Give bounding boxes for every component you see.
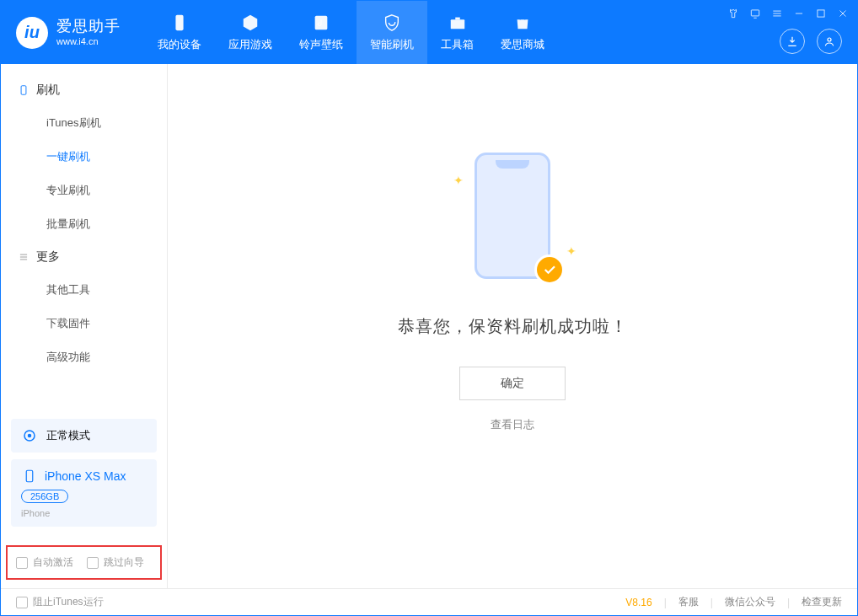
close-icon[interactable]: [835, 6, 850, 21]
nav-toolbox[interactable]: 工具箱: [427, 1, 487, 64]
sidebar-item-download-firmware[interactable]: 下载固件: [1, 307, 167, 340]
mode-label: 正常模式: [46, 428, 90, 443]
sidebar-item-other-tools[interactable]: 其他工具: [1, 273, 167, 307]
checkbox-auto-activate[interactable]: 自动激活: [16, 555, 73, 570]
svg-rect-5: [751, 10, 759, 16]
separator: |: [664, 597, 667, 608]
user-icon[interactable]: [817, 29, 842, 54]
device-cards: 正常模式 iPhone XS Max 256GB iPhone: [1, 412, 167, 540]
phone-small-icon: [21, 468, 38, 485]
window-controls: [726, 6, 850, 21]
nav-apps-games[interactable]: 应用游戏: [215, 1, 286, 64]
nav-my-device[interactable]: 我的设备: [144, 1, 215, 64]
ok-button[interactable]: 确定: [459, 367, 566, 400]
sidebar-head-label: 更多: [36, 249, 60, 265]
svg-rect-10: [26, 470, 33, 482]
shirt-icon[interactable]: [726, 6, 741, 21]
nav-label: 我的设备: [158, 37, 201, 52]
nav-label: 工具箱: [441, 37, 474, 52]
sidebar-item-advanced[interactable]: 高级功能: [1, 340, 167, 374]
sidebar-options-highlight: 自动激活 跳过向导: [6, 545, 162, 580]
success-illustration: ✦ ✦: [453, 148, 571, 283]
nav-store[interactable]: 爱思商城: [487, 1, 558, 64]
top-nav: 我的设备 应用游戏 铃声壁纸 智能刷机 工具箱 爱思商城: [144, 1, 558, 64]
maximize-icon[interactable]: [813, 6, 829, 21]
svg-point-4: [828, 38, 831, 41]
success-text: 恭喜您，保资料刷机成功啦！: [398, 315, 628, 338]
svg-rect-0: [175, 15, 183, 30]
mode-icon: [21, 427, 38, 444]
phone-icon: [169, 13, 190, 33]
menu-icon[interactable]: [770, 6, 785, 21]
sidebar-item-pro-flash[interactable]: 专业刷机: [1, 174, 167, 207]
sidebar-head-flash[interactable]: 刷机: [1, 74, 167, 106]
svg-rect-2: [450, 19, 464, 29]
body: 刷机 iTunes刷机 一键刷机 专业刷机 批量刷机 更多 其他工具 下载固件 …: [1, 64, 857, 588]
app-title: 爱思助手: [56, 18, 121, 36]
header-actions: [780, 29, 842, 54]
nav-label: 铃声壁纸: [299, 37, 343, 52]
sidebar: 刷机 iTunes刷机 一键刷机 专业刷机 批量刷机 更多 其他工具 下载固件 …: [1, 64, 168, 588]
sidebar-section-more: 更多 其他工具 下载固件 高级功能: [1, 241, 167, 374]
device-type: iPhone: [21, 508, 50, 518]
checkbox-icon: [87, 557, 99, 569]
checkbox-icon: [16, 597, 28, 608]
sidebar-item-batch-flash[interactable]: 批量刷机: [1, 207, 167, 241]
mode-card[interactable]: 正常模式: [11, 419, 157, 453]
svg-point-9: [28, 434, 32, 438]
nav-label: 智能刷机: [370, 37, 414, 52]
header: iu 爱思助手 www.i4.cn 我的设备 应用游戏 铃声壁纸 智能刷机 工具…: [1, 1, 857, 64]
svg-rect-3: [455, 18, 460, 20]
device-card[interactable]: iPhone XS Max 256GB iPhone: [11, 459, 157, 527]
music-icon: [311, 13, 331, 33]
device-storage: 256GB: [21, 490, 68, 503]
nav-ringtone-wallpaper[interactable]: 铃声壁纸: [286, 1, 357, 64]
checkbox-label: 阻止iTunes运行: [33, 595, 104, 609]
device-name: iPhone XS Max: [45, 469, 126, 483]
support-link[interactable]: 客服: [678, 595, 699, 609]
download-icon[interactable]: [780, 29, 805, 54]
version-label: V8.16: [625, 597, 652, 608]
checkbox-icon: [16, 557, 28, 569]
svg-rect-6: [818, 10, 824, 17]
app-subtitle: www.i4.cn: [56, 36, 121, 47]
check-update-link[interactable]: 检查更新: [802, 595, 842, 609]
sidebar-item-oneclick-flash[interactable]: 一键刷机: [1, 140, 167, 174]
separator: |: [711, 597, 713, 608]
minimize-icon[interactable]: [791, 6, 807, 21]
checkbox-skip-guide[interactable]: 跳过向导: [87, 555, 144, 570]
logo-icon: iu: [16, 17, 48, 49]
main-content: ✦ ✦ 恭喜您，保资料刷机成功啦！ 确定 查看日志: [168, 64, 857, 588]
cube-icon: [240, 13, 260, 33]
sidebar-section-flash: 刷机 iTunes刷机 一键刷机 专业刷机 批量刷机: [1, 74, 167, 241]
checkbox-label: 跳过向导: [104, 555, 144, 570]
svg-rect-7: [21, 86, 26, 95]
toolbox-icon: [448, 13, 468, 33]
device-icon: [18, 84, 29, 96]
nav-label: 应用游戏: [228, 37, 272, 52]
sparkle-icon: ✦: [453, 174, 464, 187]
checkbox-block-itunes[interactable]: 阻止iTunes运行: [16, 595, 104, 609]
wechat-link[interactable]: 微信公众号: [725, 595, 775, 609]
check-badge-icon: [534, 254, 565, 285]
nav-label: 爱思商城: [501, 37, 544, 52]
feedback-icon[interactable]: [748, 6, 763, 21]
list-icon: [18, 251, 29, 263]
sidebar-head-more[interactable]: 更多: [1, 241, 167, 273]
separator: |: [787, 597, 790, 608]
sidebar-head-label: 刷机: [36, 83, 60, 98]
sparkle-icon: ✦: [566, 244, 576, 258]
logo[interactable]: iu 爱思助手 www.i4.cn: [1, 17, 136, 49]
sidebar-item-itunes-flash[interactable]: iTunes刷机: [1, 106, 167, 140]
bag-icon: [512, 13, 533, 33]
view-log-link[interactable]: 查看日志: [491, 417, 534, 432]
nav-smart-flash[interactable]: 智能刷机: [357, 1, 427, 64]
footer: 阻止iTunes运行 V8.16 | 客服 | 微信公众号 | 检查更新: [1, 588, 857, 615]
checkbox-label: 自动激活: [33, 555, 73, 570]
refresh-shield-icon: [382, 13, 402, 33]
